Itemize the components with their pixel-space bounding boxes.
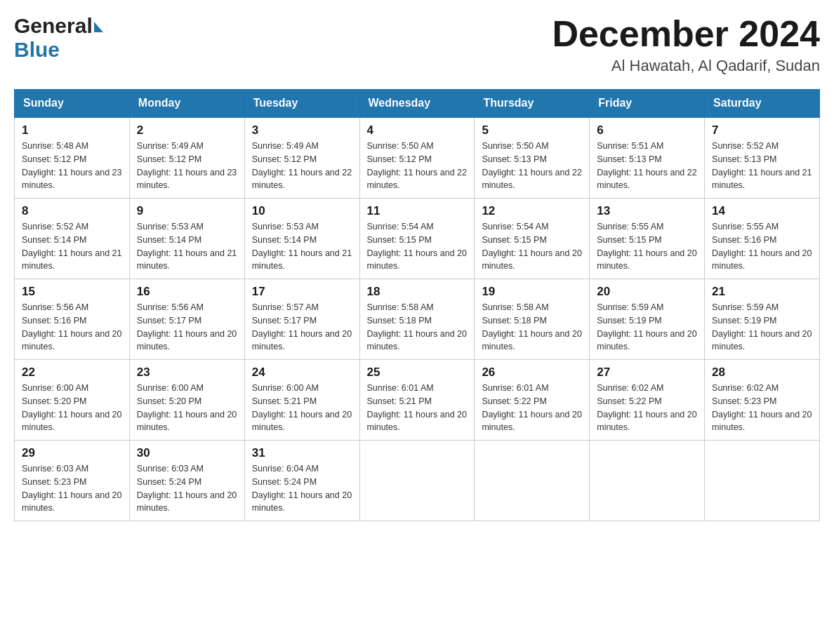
day-number: 22 [22, 365, 122, 380]
day-info: Sunrise: 5:52 AM Sunset: 5:13 PM Dayligh… [712, 140, 812, 192]
day-number: 1 [22, 123, 122, 137]
day-number: 4 [367, 123, 468, 137]
title-block: December 2024 Al Hawatah, Al Qadarif, Su… [552, 14, 820, 75]
day-number: 8 [22, 204, 122, 218]
day-number: 18 [367, 285, 468, 299]
calendar-day-cell: 16 Sunrise: 5:56 AM Sunset: 5:17 PM Dayl… [129, 279, 244, 360]
calendar-day-cell: 4 Sunrise: 5:50 AM Sunset: 5:12 PM Dayli… [359, 117, 475, 199]
day-info: Sunrise: 6:03 AM Sunset: 5:23 PM Dayligh… [22, 462, 122, 515]
day-number: 27 [597, 365, 697, 380]
calendar-table: SundayMondayTuesdayWednesdayThursdayFrid… [14, 89, 820, 521]
day-info: Sunrise: 5:58 AM Sunset: 5:18 PM Dayligh… [367, 301, 468, 354]
day-number: 28 [712, 365, 812, 380]
calendar-day-cell: 15 Sunrise: 5:56 AM Sunset: 5:16 PM Dayl… [15, 279, 130, 360]
day-number: 26 [482, 365, 582, 380]
day-number: 14 [712, 204, 812, 218]
calendar-day-cell: 26 Sunrise: 6:01 AM Sunset: 5:22 PM Dayl… [475, 360, 590, 441]
day-number: 10 [252, 204, 352, 218]
day-number: 24 [252, 365, 352, 380]
day-info: Sunrise: 6:01 AM Sunset: 5:21 PM Dayligh… [367, 382, 468, 434]
calendar-day-cell: 27 Sunrise: 6:02 AM Sunset: 5:22 PM Dayl… [590, 360, 705, 441]
day-number: 5 [482, 123, 582, 137]
day-number: 19 [482, 285, 582, 299]
calendar-week-row: 22 Sunrise: 6:00 AM Sunset: 5:20 PM Dayl… [15, 360, 820, 441]
calendar-day-cell: 2 Sunrise: 5:49 AM Sunset: 5:12 PM Dayli… [129, 117, 244, 199]
calendar-day-cell: 12 Sunrise: 5:54 AM Sunset: 5:15 PM Dayl… [475, 199, 590, 279]
day-number: 21 [712, 285, 812, 299]
day-info: Sunrise: 6:03 AM Sunset: 5:24 PM Dayligh… [137, 462, 237, 515]
day-info: Sunrise: 5:57 AM Sunset: 5:17 PM Dayligh… [252, 301, 352, 354]
page-header: General Blue December 2024 Al Hawatah, A… [14, 14, 820, 75]
day-number: 23 [137, 365, 237, 380]
day-number: 3 [252, 123, 352, 137]
calendar-day-cell: 13 Sunrise: 5:55 AM Sunset: 5:15 PM Dayl… [590, 199, 705, 279]
calendar-day-cell: 23 Sunrise: 6:00 AM Sunset: 5:20 PM Dayl… [129, 360, 244, 441]
calendar-day-cell: 22 Sunrise: 6:00 AM Sunset: 5:20 PM Dayl… [15, 360, 130, 441]
day-info: Sunrise: 5:55 AM Sunset: 5:16 PM Dayligh… [712, 220, 812, 273]
day-of-week-header: Tuesday [244, 90, 359, 118]
day-number: 9 [137, 204, 237, 218]
day-info: Sunrise: 6:02 AM Sunset: 5:22 PM Dayligh… [597, 382, 697, 434]
day-number: 29 [22, 446, 122, 460]
calendar-day-cell: 31 Sunrise: 6:04 AM Sunset: 5:24 PM Dayl… [244, 441, 359, 521]
day-of-week-header: Sunday [15, 90, 130, 118]
day-info: Sunrise: 5:59 AM Sunset: 5:19 PM Dayligh… [597, 301, 697, 354]
calendar-day-cell: 9 Sunrise: 5:53 AM Sunset: 5:14 PM Dayli… [129, 199, 244, 279]
day-number: 6 [597, 123, 697, 137]
calendar-day-cell: 19 Sunrise: 5:58 AM Sunset: 5:18 PM Dayl… [475, 279, 590, 360]
day-info: Sunrise: 5:50 AM Sunset: 5:12 PM Dayligh… [367, 140, 468, 192]
day-info: Sunrise: 5:53 AM Sunset: 5:14 PM Dayligh… [137, 220, 237, 273]
day-info: Sunrise: 5:48 AM Sunset: 5:12 PM Dayligh… [22, 140, 122, 192]
day-info: Sunrise: 6:00 AM Sunset: 5:20 PM Dayligh… [137, 382, 237, 434]
day-number: 25 [367, 365, 468, 380]
calendar-day-cell: 29 Sunrise: 6:03 AM Sunset: 5:23 PM Dayl… [15, 441, 130, 521]
calendar-day-cell: 6 Sunrise: 5:51 AM Sunset: 5:13 PM Dayli… [590, 117, 705, 199]
calendar-day-cell: 10 Sunrise: 5:53 AM Sunset: 5:14 PM Dayl… [244, 199, 359, 279]
location-title: Al Hawatah, Al Qadarif, Sudan [552, 57, 820, 75]
calendar-day-cell: 21 Sunrise: 5:59 AM Sunset: 5:19 PM Dayl… [705, 279, 820, 360]
day-info: Sunrise: 6:01 AM Sunset: 5:22 PM Dayligh… [482, 382, 582, 434]
calendar-day-cell: 11 Sunrise: 5:54 AM Sunset: 5:15 PM Dayl… [359, 199, 475, 279]
logo: General Blue [14, 14, 103, 62]
calendar-day-cell [359, 441, 475, 521]
day-info: Sunrise: 5:58 AM Sunset: 5:18 PM Dayligh… [482, 301, 582, 354]
day-info: Sunrise: 5:54 AM Sunset: 5:15 PM Dayligh… [482, 220, 582, 273]
calendar-day-cell: 8 Sunrise: 5:52 AM Sunset: 5:14 PM Dayli… [15, 199, 130, 279]
day-info: Sunrise: 6:04 AM Sunset: 5:24 PM Dayligh… [252, 462, 352, 515]
calendar-day-cell: 28 Sunrise: 6:02 AM Sunset: 5:23 PM Dayl… [705, 360, 820, 441]
day-info: Sunrise: 5:49 AM Sunset: 5:12 PM Dayligh… [137, 140, 237, 192]
calendar-day-cell [705, 441, 820, 521]
logo-blue-text: Blue [14, 38, 60, 61]
day-info: Sunrise: 5:53 AM Sunset: 5:14 PM Dayligh… [252, 220, 352, 273]
day-number: 2 [137, 123, 237, 137]
day-number: 17 [252, 285, 352, 299]
calendar-week-row: 8 Sunrise: 5:52 AM Sunset: 5:14 PM Dayli… [15, 199, 820, 279]
calendar-day-cell: 14 Sunrise: 5:55 AM Sunset: 5:16 PM Dayl… [705, 199, 820, 279]
calendar-day-cell: 7 Sunrise: 5:52 AM Sunset: 5:13 PM Dayli… [705, 117, 820, 199]
day-info: Sunrise: 5:52 AM Sunset: 5:14 PM Dayligh… [22, 220, 122, 273]
day-number: 11 [367, 204, 468, 218]
calendar-day-cell: 5 Sunrise: 5:50 AM Sunset: 5:13 PM Dayli… [475, 117, 590, 199]
day-info: Sunrise: 5:59 AM Sunset: 5:19 PM Dayligh… [712, 301, 812, 354]
day-info: Sunrise: 6:00 AM Sunset: 5:20 PM Dayligh… [22, 382, 122, 434]
day-number: 15 [22, 285, 122, 299]
calendar-week-row: 15 Sunrise: 5:56 AM Sunset: 5:16 PM Dayl… [15, 279, 820, 360]
day-info: Sunrise: 5:55 AM Sunset: 5:15 PM Dayligh… [597, 220, 697, 273]
calendar-day-cell: 20 Sunrise: 5:59 AM Sunset: 5:19 PM Dayl… [590, 279, 705, 360]
day-number: 31 [252, 446, 352, 460]
day-number: 30 [137, 446, 237, 460]
day-info: Sunrise: 5:51 AM Sunset: 5:13 PM Dayligh… [597, 140, 697, 192]
calendar-day-cell [590, 441, 705, 521]
day-number: 12 [482, 204, 582, 218]
calendar-day-cell: 18 Sunrise: 5:58 AM Sunset: 5:18 PM Dayl… [359, 279, 475, 360]
day-number: 13 [597, 204, 697, 218]
day-of-week-header: Saturday [705, 90, 820, 118]
day-info: Sunrise: 5:50 AM Sunset: 5:13 PM Dayligh… [482, 140, 582, 192]
day-info: Sunrise: 5:56 AM Sunset: 5:17 PM Dayligh… [137, 301, 237, 354]
day-of-week-header: Friday [590, 90, 705, 118]
calendar-week-row: 29 Sunrise: 6:03 AM Sunset: 5:23 PM Dayl… [15, 441, 820, 521]
month-title: December 2024 [552, 14, 820, 54]
day-of-week-header: Monday [129, 90, 244, 118]
day-number: 20 [597, 285, 697, 299]
calendar-week-row: 1 Sunrise: 5:48 AM Sunset: 5:12 PM Dayli… [15, 117, 820, 199]
